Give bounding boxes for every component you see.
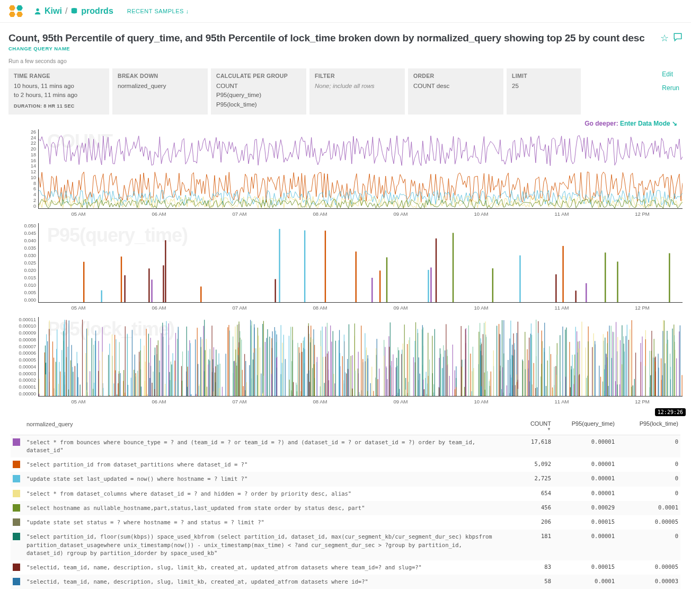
cell-query: "selectid, team_id, name, description, s… xyxy=(26,564,509,571)
cell-count: 654 xyxy=(509,490,551,496)
col-count[interactable]: COUNT▼ xyxy=(509,420,551,432)
series-swatch xyxy=(13,564,20,571)
cell-count: 17,618 xyxy=(509,438,551,445)
cell-p95lt: 0 xyxy=(615,438,678,445)
page-title: Count, 95th Percentile of query_time, an… xyxy=(8,32,645,44)
cell-query: "update state set last_updated = now() w… xyxy=(26,475,509,483)
param-breakdown[interactable]: BREAK DOWN normalized_query xyxy=(112,68,208,115)
chart-count[interactable]: 26242220181614121086420 COUNT 05 AM06 AM… xyxy=(15,129,683,217)
cell-p95qt: 0.00029 xyxy=(551,504,615,511)
cell-count: 2,725 xyxy=(509,475,551,481)
cell-count: 456 xyxy=(509,504,551,511)
yaxis-qt: 0.0500.0450.0400.0350.0300.0250.0200.015… xyxy=(15,223,38,303)
cell-p95lt: 0 xyxy=(615,475,678,481)
cell-p95qt: 0.00001 xyxy=(551,490,615,496)
recent-samples-link[interactable]: RECENT SAMPLES ↓ xyxy=(127,8,189,14)
results-table: normalized_query COUNT▼ P95(query_time) … xyxy=(8,417,683,611)
cell-p95lt: 0.00005 xyxy=(615,564,678,570)
param-limit[interactable]: LIMIT 25 xyxy=(507,68,581,115)
cell-p95lt: 0.0001 xyxy=(615,504,678,511)
cell-count: 58 xyxy=(509,578,551,584)
cell-p95qt: 0.00001 xyxy=(551,438,615,445)
logo-icon xyxy=(8,3,30,19)
param-order[interactable]: ORDER COUNT desc xyxy=(408,68,503,115)
chart-p95-query-time[interactable]: 0.0500.0450.0400.0350.0300.0250.0200.015… xyxy=(15,223,683,311)
series-swatch xyxy=(13,533,20,540)
breadcrumb-user[interactable]: Kiwi xyxy=(45,6,62,16)
cell-p95qt: 0.00001 xyxy=(551,475,615,481)
breadcrumb-sep: / xyxy=(65,6,67,16)
comment-icon[interactable] xyxy=(673,32,683,45)
cell-p95lt: 0.00005 xyxy=(615,518,678,525)
yaxis-count: 26242220181614121086420 xyxy=(15,129,38,209)
cell-query: "select * from bounces where bounce_type… xyxy=(26,438,509,454)
series-swatch xyxy=(13,504,20,512)
database-icon xyxy=(70,7,78,15)
breadcrumb-dataset[interactable]: prodrds xyxy=(81,6,113,16)
cell-p95qt: 0.00001 xyxy=(551,461,615,467)
cell-p95lt: 0 xyxy=(615,533,678,539)
param-calculate[interactable]: CALCULATE PER GROUP COUNT P95(query_time… xyxy=(211,68,306,115)
cell-p95lt: 0.00003 xyxy=(615,578,678,584)
cell-count: 5,092 xyxy=(509,461,551,467)
cell-p95lt: 0 xyxy=(615,490,678,496)
sort-desc-icon: ▼ xyxy=(509,427,551,432)
cell-p95qt: 0.00001 xyxy=(551,533,615,539)
xaxis: 05 AM06 AM07 AM08 AM09 AM10 AM11 AM12 PM xyxy=(38,303,683,311)
cell-p95qt: 0.00015 xyxy=(551,518,615,525)
param-filter[interactable]: FILTER None; include all rows xyxy=(309,68,405,115)
rerun-link[interactable]: Rerun xyxy=(662,84,679,92)
time-cursor-badge: 12:29:26 xyxy=(655,408,686,416)
cell-count: 181 xyxy=(509,533,551,539)
cell-query: "select * from dataset_columns where dat… xyxy=(26,490,509,498)
series-swatch xyxy=(13,578,20,585)
svg-point-0 xyxy=(36,8,39,11)
table-row[interactable]: "select partition_id from dataset_partit… xyxy=(11,457,680,472)
cell-query: "select partition_id, floor(sum(kbps)) s… xyxy=(26,533,509,557)
go-deeper-label: Go deeper: xyxy=(584,120,618,127)
table-row[interactable]: "update state set last_updated = now() w… xyxy=(11,472,680,486)
query-params: TIME RANGE 10 hours, 11 mins ago to 2 ho… xyxy=(8,68,683,115)
series-swatch xyxy=(13,461,20,468)
table-row[interactable]: "selectid, team_id, name, description, s… xyxy=(11,560,680,575)
col-query[interactable]: normalized_query xyxy=(26,420,509,429)
cell-query: "select partition_id from dataset_partit… xyxy=(26,461,509,469)
chart-p95-lock-time[interactable]: 0.000110.000100.000090.000080.000070.000… xyxy=(15,317,683,404)
xaxis: 05 AM06 AM07 AM08 AM09 AM10 AM11 AM12 PM xyxy=(38,209,683,217)
table-row[interactable]: "select hostname as nullable_hostname,pa… xyxy=(11,501,680,515)
change-query-name-link[interactable]: CHANGE QUERY NAME xyxy=(8,46,645,51)
table-row[interactable]: "select * from bounces where bounce_type… xyxy=(11,435,680,457)
star-icon[interactable]: ☆ xyxy=(660,32,669,45)
table-row[interactable]: "select * from dataset_columns where dat… xyxy=(11,487,680,501)
table-row[interactable]: "update state set status = ? where hostn… xyxy=(11,515,680,530)
edit-link[interactable]: Edit xyxy=(662,71,679,78)
table-header: normalized_query COUNT▼ P95(query_time) … xyxy=(11,417,680,435)
run-timestamp: Run a few seconds ago xyxy=(8,58,645,64)
series-swatch xyxy=(13,475,20,482)
cell-p95qt: 0.0001 xyxy=(551,578,615,584)
param-timerange[interactable]: TIME RANGE 10 hours, 11 mins ago to 2 ho… xyxy=(8,68,109,115)
enter-data-mode-link[interactable]: Enter Data Mode ↘ xyxy=(620,120,677,127)
breadcrumb[interactable]: Kiwi / prodrds xyxy=(34,6,113,16)
cell-p95qt: 0.00015 xyxy=(551,564,615,570)
topbar: Kiwi / prodrds RECENT SAMPLES ↓ xyxy=(0,0,691,23)
cell-query: "update state set status = ? where hostn… xyxy=(26,518,509,526)
series-swatch xyxy=(13,490,20,497)
table-row[interactable]: "select partition_id, floor(sum(kbps)) s… xyxy=(11,530,680,560)
table-row[interactable]: "selectid, team_id, name, description, s… xyxy=(11,575,680,589)
col-p95lt[interactable]: P95(lock_time) xyxy=(615,420,678,427)
user-icon xyxy=(34,7,41,15)
cell-query: "selectid, team_id, name, description, s… xyxy=(26,578,509,586)
series-swatch xyxy=(13,438,20,446)
cell-p95lt: 0 xyxy=(615,461,678,467)
col-p95qt[interactable]: P95(query_time) xyxy=(551,420,615,427)
series-swatch xyxy=(13,518,20,526)
xaxis: 05 AM06 AM07 AM08 AM09 AM10 AM11 AM12 PM xyxy=(38,397,683,404)
cell-query: "select hostname as nullable_hostname,pa… xyxy=(26,504,509,512)
cell-count: 206 xyxy=(509,518,551,525)
cell-count: 83 xyxy=(509,564,551,570)
yaxis-lt: 0.000110.000100.000090.000080.000070.000… xyxy=(15,317,38,397)
